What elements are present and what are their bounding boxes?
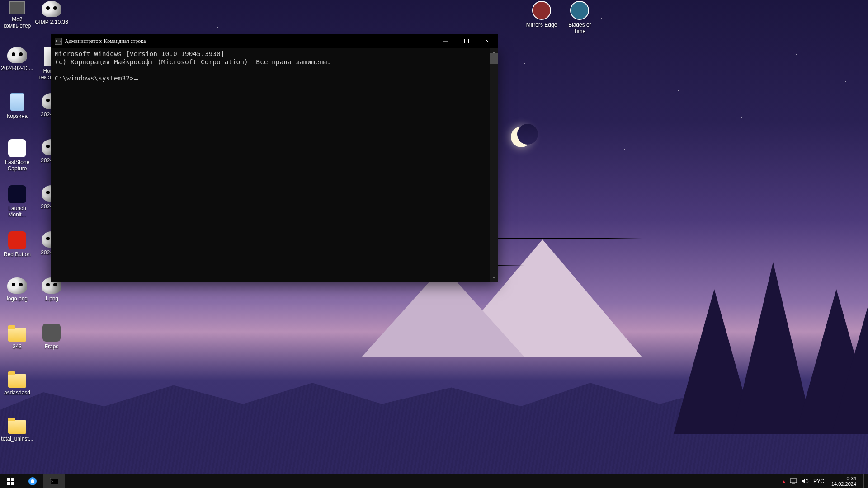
svg-rect-7 [11,482,14,485]
cmd-titlebar[interactable]: C:\ Администратор: Командная строка [51,34,498,48]
svg-rect-5 [11,478,14,481]
tray-time: 0:34 [831,476,856,481]
square-icon [8,231,26,249]
icon-label: Корзина [0,113,34,119]
icon-label: Fraps [34,343,69,350]
gimp-icon [7,47,27,63]
icon-label: Red Button [0,251,34,258]
folder-icon [8,420,26,434]
svg-rect-4 [7,478,10,481]
svg-point-9 [31,479,34,483]
desktop-icon-folder-343[interactable]: 343 [0,324,34,350]
tray-monitor-icon[interactable] [790,478,797,484]
taskbar-app-cmd[interactable]: >_ [43,474,65,488]
desktop-icon-my-computer[interactable]: Мой компьютер [0,1,34,29]
svg-rect-1 [465,39,469,43]
system-tray[interactable]: ▴ РУС 0:34 14.02.2024 [778,474,868,488]
gimp-icon [7,277,27,294]
desktop-icon-mirrors-edge[interactable]: Mirrors Edge [524,1,559,28]
icon-label: asdasdasd [0,389,34,396]
maximize-button[interactable] [456,34,477,48]
icon-label: 2024-02-13... [0,65,34,71]
cmd-title: Администратор: Командная строка [65,38,435,45]
icon-label: Launch Monit... [0,205,34,218]
icon-label: Blades of Time [562,22,597,34]
square-icon [8,139,26,157]
cmd-window[interactable]: C:\ Администратор: Командная строка Micr… [51,48,498,282]
cmd-output: Microsoft Windows [Version 10.0.19045.39… [55,50,490,280]
desktop-icon-logo-png[interactable]: logo.png [0,277,34,302]
icon-label: GIMP 2.10.36 [34,19,69,25]
desktop-icon-launch-monitor[interactable]: Launch Monit... [0,185,34,218]
tray-language[interactable]: РУС [813,478,824,484]
tray-clock[interactable]: 0:34 14.02.2024 [829,475,859,488]
taskbar-app-browser[interactable] [22,474,43,488]
folder-icon [8,374,26,388]
desktop-icon-red-button[interactable]: Red Button [0,231,34,258]
svg-text:>_: >_ [51,479,56,483]
desktop-icon-blades-of-time[interactable]: Blades of Time [562,1,597,34]
taskbar[interactable]: >_ ▴ РУС 0:34 14.02.2024 [0,474,868,488]
bin-icon [10,93,24,111]
show-desktop-button[interactable] [863,474,866,488]
cmd-scrollbar[interactable]: ▴ ▾ [490,48,498,282]
pc-icon [9,1,25,14]
scroll-thumb[interactable] [490,53,498,64]
tray-chevron-icon[interactable]: ▴ [783,478,785,484]
cmd-icon: C:\ [55,38,62,45]
cursor-icon [134,79,138,80]
round-icon [532,1,551,20]
desktop-icon-folder-total-uninst[interactable]: total_uninst... [0,416,34,442]
icon-label: 343 [0,343,34,350]
tray-volume-icon[interactable] [802,478,809,484]
desktop-icon-gimp[interactable]: GIMP 2.10.36 [34,1,69,25]
folder-icon [8,328,26,342]
scroll-down-icon[interactable]: ▾ [490,274,498,282]
svg-rect-12 [790,479,797,483]
icon-label: Mirrors Edge [524,22,559,28]
desktop-icon-file-2024-02-13[interactable]: 2024-02-13... [0,47,34,71]
round-icon [570,1,589,20]
icon-label: logo.png [0,296,34,302]
desktop-icon-fraps[interactable]: Fraps [34,324,69,350]
gimp-icon [42,1,61,17]
icon-label: total_uninst... [0,436,34,442]
icon-label: Мой компьютер [0,16,34,29]
icon-label: FastStone Capture [0,159,34,172]
desktop-icon-folder-asdasdasd[interactable]: asdasdasd [0,370,34,396]
svg-marker-14 [802,479,805,484]
icon-label: 1.png [34,296,69,302]
desktop-icon-faststone-capture[interactable]: FastStone Capture [0,139,34,172]
tray-date: 14.02.2024 [831,481,856,487]
start-button[interactable] [0,474,22,488]
close-button[interactable] [477,34,498,48]
minimize-button[interactable] [435,34,456,48]
svg-rect-6 [7,482,10,485]
desktop-icon-recycle-bin[interactable]: Корзина [0,93,34,119]
square-icon [42,324,61,342]
square-icon [8,185,26,203]
